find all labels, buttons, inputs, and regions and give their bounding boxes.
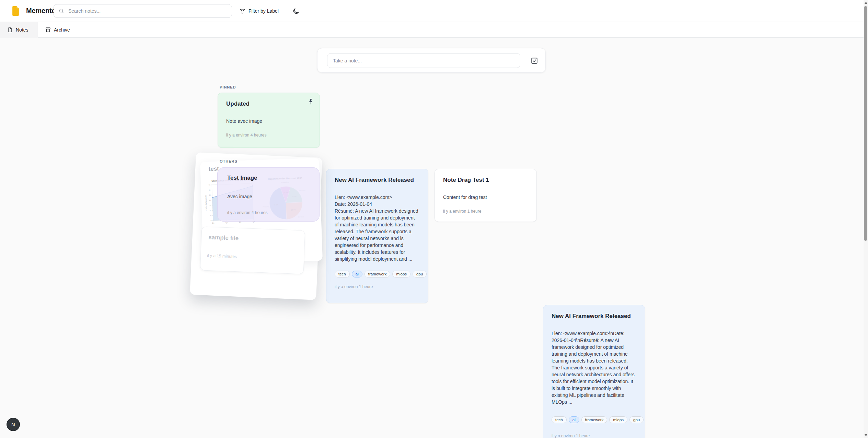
filter-by-label-button[interactable]: Filter by Label [236, 4, 282, 18]
add-checklist-button[interactable] [530, 56, 539, 66]
tag-framework[interactable]: framework [581, 416, 607, 423]
note-timestamp: il y a environ 1 heure [335, 284, 420, 289]
scrollbar-thumb[interactable] [864, 6, 867, 241]
moon-icon [292, 8, 300, 15]
note-title: New AI Framework Released [335, 176, 420, 184]
note-tags: techaiframeworkmlopsgpu [335, 271, 420, 277]
note-timestamp: il y a 15 minutes [207, 253, 237, 259]
vertical-scrollbar [864, 0, 868, 438]
note-timestamp: il y a environ 4 heures [227, 210, 267, 215]
archive-box-icon [45, 27, 51, 33]
note-title: Note Drag Test 1 [443, 176, 528, 184]
note-timestamp: il y a environ 4 heures [226, 133, 311, 138]
theme-toggle-button[interactable] [289, 4, 302, 17]
filter-by-label-text: Filter by Label [248, 8, 279, 14]
note-body: Avec image [227, 194, 252, 199]
tag-tech[interactable]: tech [335, 271, 350, 277]
search-input[interactable] [68, 8, 227, 14]
logo-file-icon [11, 6, 20, 16]
user-avatar[interactable]: N [7, 418, 20, 431]
tag-gpu[interactable]: gpu [629, 416, 644, 423]
pinned-section-label: PINNED [220, 85, 236, 89]
svg-text:20: 20 [209, 210, 211, 211]
svg-text:40: 40 [209, 199, 211, 201]
pushpin-icon[interactable] [308, 98, 313, 105]
tab-bar: Notes Archive [0, 22, 868, 38]
others-section-label: OTHERS [220, 159, 238, 163]
tag-mlops[interactable]: mlops [609, 416, 627, 423]
scrollbar-up-arrow[interactable] [865, 2, 867, 4]
app-title: Memento [26, 7, 56, 15]
note-card-sample-file[interactable]: sample file il y a 15 minutes [200, 226, 305, 274]
note-timestamp: il y a environ 1 heure [552, 434, 637, 438]
note-card-drag-test-1[interactable]: Note Drag Test 1 Content for drag test i… [435, 169, 537, 222]
tag-framework[interactable]: framework [364, 271, 391, 277]
checkbox-icon [531, 57, 538, 64]
note-tags: techaiframeworkmlopsgpu [552, 416, 637, 423]
note-title: New AI Framework Released [552, 312, 637, 320]
avatar-initial: N [11, 422, 15, 427]
svg-text:70: 70 [209, 184, 211, 186]
svg-text:0: 0 [211, 220, 212, 222]
svg-text:Q1: Q1 [212, 222, 215, 224]
tag-tech[interactable]: tech [552, 416, 567, 423]
note-body: Lien: <www.example.com> Date: 2026-01-04… [335, 194, 420, 262]
document-icon [8, 27, 13, 33]
tag-gpu[interactable]: gpu [413, 271, 427, 277]
tag-ai[interactable]: ai [352, 271, 362, 277]
note-title: Test Image [227, 175, 257, 181]
tab-notes[interactable]: Notes [0, 22, 38, 38]
svg-text:Chiffre d'affaires (M€): Chiffre d'affaires (M€) [205, 195, 207, 210]
funnel-icon [240, 8, 245, 14]
search-box [54, 4, 232, 18]
note-title: Updated [226, 100, 311, 108]
note-card-ai-framework-2[interactable]: New AI Framework Released Lien: <www.exa… [543, 305, 645, 438]
search-icon [59, 8, 64, 14]
svg-text:50: 50 [209, 194, 211, 196]
tab-archive[interactable]: Archive [38, 22, 82, 38]
tab-archive-label: Archive [54, 27, 70, 33]
app-window: Memento Filter by Label Notes Archive P [0, 0, 868, 438]
take-a-note-input[interactable] [327, 53, 520, 68]
svg-text:10: 10 [210, 215, 212, 216]
tag-ai[interactable]: ai [569, 416, 579, 423]
tab-notes-label: Notes [16, 27, 28, 33]
note-title: sample file [208, 234, 239, 242]
note-timestamp: il y a environ 1 heure [443, 209, 528, 214]
note-card-ai-framework[interactable]: New AI Framework Released Lien: <www.exa… [326, 169, 428, 303]
dragged-note-overlay-test-image[interactable]: Test Image Avec image il y a environ 4 h… [217, 167, 320, 222]
note-body: Lien: <www.example.com>\nDate: 2026-01-0… [552, 330, 637, 405]
scrollbar-down-arrow[interactable] [865, 434, 867, 436]
svg-text:30: 30 [209, 204, 211, 206]
note-card-updated[interactable]: Updated Note avec image il y a environ 4… [218, 93, 320, 148]
note-composer [317, 48, 546, 73]
note-body: Content for drag test [443, 194, 528, 201]
note-body: Note avec image [226, 118, 311, 125]
svg-text:60: 60 [209, 189, 211, 191]
tag-mlops[interactable]: mlops [392, 271, 410, 277]
svg-text:Q2: Q2 [225, 222, 228, 223]
top-header: Memento Filter by Label [0, 0, 868, 22]
